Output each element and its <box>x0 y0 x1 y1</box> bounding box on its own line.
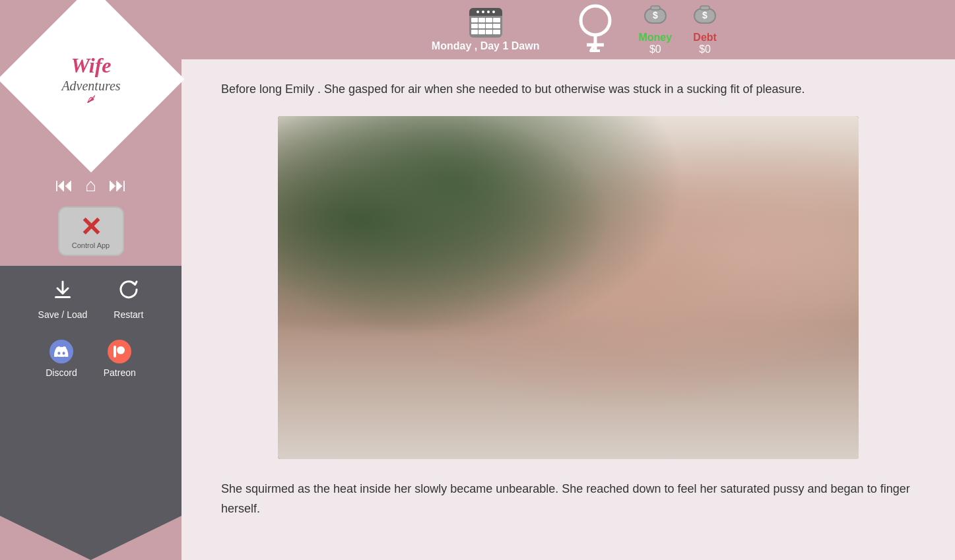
x-mark-icon: ✕ <box>80 214 102 240</box>
story-area: Before long Emily . She gasped for air w… <box>181 59 955 560</box>
day-label: Monday , Day 1 Dawn <box>432 40 540 52</box>
sidebar: Wife Adventures 🌶 ⏮ ⌂ ⏭ ✕ Control App <box>0 0 181 560</box>
nav-buttons: ⏮ ⌂ ⏭ <box>52 171 129 199</box>
story-text-1: Before long Emily . She gasped for air w… <box>221 79 915 100</box>
money-label: Money <box>638 32 672 44</box>
svg-rect-11 <box>700 6 709 10</box>
stats-area: $ Money $0 $ Debt $0 <box>638 5 718 55</box>
home-button[interactable]: ⌂ <box>82 172 99 199</box>
patreon-item[interactable]: Patreon <box>104 340 136 378</box>
restart-item[interactable]: Restart <box>114 279 143 320</box>
restart-icon <box>118 279 139 305</box>
logo-subtitle: Adventures <box>61 78 120 94</box>
logo-chili: 🌶 <box>61 94 120 106</box>
nav-block: ⏮ ⌂ ⏭ ✕ Control App <box>0 165 181 266</box>
rewind-icon: ⏮ <box>55 175 73 195</box>
discord-item[interactable]: Discord <box>46 340 77 378</box>
discord-label: Discord <box>46 367 77 378</box>
day-info: Monday , Day 1 Dawn <box>418 3 553 57</box>
restart-label: Restart <box>114 309 143 320</box>
action-row: Save / Load Restart <box>38 279 144 320</box>
svg-point-3 <box>581 6 610 35</box>
svg-rect-8 <box>651 6 660 10</box>
svg-point-1 <box>117 346 125 354</box>
discord-icon <box>49 340 73 363</box>
main-content: Monday , Day 1 Dawn $ <box>181 0 955 560</box>
money-value: $0 <box>649 44 661 55</box>
control-app-label: Control App <box>72 241 110 249</box>
story-text-2: She squirmed as the heat inside her slow… <box>221 479 915 519</box>
money-icon: $ <box>642 5 669 30</box>
top-bar: Monday , Day 1 Dawn $ <box>181 0 955 59</box>
debt-label: Debt <box>693 32 717 44</box>
save-load-icon <box>52 279 73 305</box>
logo-diamond: Wife Adventures 🌶 <box>0 0 184 172</box>
svg-text:$: $ <box>702 10 708 20</box>
calendar-icon <box>469 8 502 38</box>
svg-rect-0 <box>55 296 71 298</box>
patreon-label: Patreon <box>104 367 136 378</box>
svg-text:$: $ <box>653 10 658 20</box>
svg-rect-2 <box>114 346 116 358</box>
forward-button[interactable]: ⏭ <box>106 171 129 199</box>
debt-value: $0 <box>699 44 711 55</box>
home-icon: ⌂ <box>85 175 96 195</box>
debt-icon: $ <box>692 5 718 30</box>
gender-symbol-area <box>572 2 618 58</box>
gender-icon <box>572 2 618 58</box>
story-image <box>278 116 859 459</box>
rewind-button[interactable]: ⏮ <box>52 171 76 199</box>
save-load-label: Save / Load <box>38 309 88 320</box>
lower-block: Save / Load Restart <box>0 266 181 560</box>
debt-stat: $ Debt $0 <box>692 5 718 55</box>
save-load-item[interactable]: Save / Load <box>38 279 88 320</box>
forward-icon: ⏭ <box>108 175 127 195</box>
control-app-button[interactable]: ✕ Control App <box>58 206 124 256</box>
patreon-icon <box>108 340 131 363</box>
money-stat: $ Money $0 <box>638 5 672 55</box>
social-row: Discord Patreon <box>46 340 136 378</box>
logo-title: Wife <box>61 53 120 78</box>
